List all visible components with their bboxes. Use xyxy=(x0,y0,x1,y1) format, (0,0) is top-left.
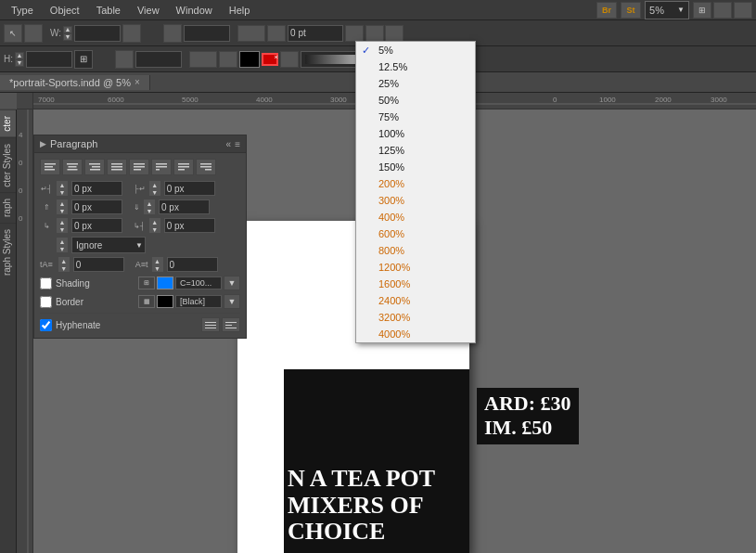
doc-tab-close[interactable]: × xyxy=(135,77,140,87)
select-tool[interactable]: ↖ xyxy=(4,24,22,43)
zoom-option[interactable]: 3200% xyxy=(356,309,475,326)
border-color-swatch[interactable] xyxy=(157,295,173,308)
last-line-indent[interactable] xyxy=(164,218,215,233)
menu-window[interactable]: Window xyxy=(169,3,220,18)
spin-up5[interactable]: ▲ xyxy=(57,218,68,225)
stroke-color-indicator[interactable] xyxy=(262,53,278,66)
transform-icon[interactable] xyxy=(163,24,182,43)
spin-up7[interactable]: ▲ xyxy=(57,238,68,245)
spin-up8[interactable]: ▲ xyxy=(58,257,70,264)
zoom-option[interactable]: 50% xyxy=(356,92,475,109)
hyphenate-icon1[interactable] xyxy=(201,317,220,332)
hyphenate-icon2[interactable] xyxy=(222,317,240,332)
angle-icon[interactable] xyxy=(122,24,141,43)
panel-collapse-icon[interactable]: ▶ xyxy=(40,139,46,148)
pt-dropdown-icon[interactable] xyxy=(345,25,364,42)
y-input[interactable] xyxy=(135,51,182,68)
side-label-raph[interactable]: raph xyxy=(0,192,16,223)
shading-color-swatch[interactable] xyxy=(157,276,173,289)
spin-down3[interactable]: ▼ xyxy=(57,207,68,214)
menu-type[interactable]: Type xyxy=(4,3,41,18)
spin-down7[interactable]: ▼ xyxy=(57,245,68,252)
shading-checkbox[interactable] xyxy=(40,277,52,289)
zoom-option[interactable]: 1200% xyxy=(356,259,475,276)
color-icon-group[interactable] xyxy=(189,51,217,68)
spin-down9[interactable]: ▼ xyxy=(152,264,163,272)
align-away[interactable] xyxy=(196,159,216,175)
st-icon[interactable]: St xyxy=(621,2,641,19)
zoom-option[interactable]: 800% xyxy=(356,242,475,259)
first-line-indent[interactable] xyxy=(71,218,122,233)
hyphenate-checkbox[interactable] xyxy=(40,319,52,331)
spinner8[interactable]: ▲ ▼ xyxy=(58,257,70,272)
spin-up9[interactable]: ▲ xyxy=(152,257,163,264)
align-justify[interactable] xyxy=(107,159,127,175)
ta-input2[interactable] xyxy=(167,257,218,272)
spinner4[interactable]: ▲ ▼ xyxy=(144,199,155,214)
spin-up4[interactable]: ▲ xyxy=(144,199,155,207)
spin-up1[interactable]: ▲ xyxy=(57,181,68,188)
spinner3[interactable]: ▲ ▼ xyxy=(57,199,68,214)
corner-icon[interactable] xyxy=(365,25,384,42)
border-grid-icon[interactable]: ▦ xyxy=(138,295,155,308)
spin-down5[interactable]: ▼ xyxy=(57,225,68,233)
menu-table[interactable]: Table xyxy=(89,3,128,18)
border-checkbox[interactable] xyxy=(40,296,52,308)
shading-color-name[interactable]: C=100... xyxy=(175,276,222,289)
menu-object[interactable]: Object xyxy=(43,3,87,18)
spin-down8[interactable]: ▼ xyxy=(58,264,70,272)
menu-view[interactable]: View xyxy=(130,3,167,18)
align-justify3[interactable] xyxy=(151,159,172,175)
zoom-option[interactable]: 150% xyxy=(356,159,475,175)
color-dropdown-icon[interactable] xyxy=(280,51,299,68)
zoom-option[interactable]: 12.5% xyxy=(356,58,475,75)
zoom-option[interactable]: 5% xyxy=(356,42,475,58)
transform-ref-icon[interactable]: ⊞ xyxy=(74,50,93,69)
spin-up2[interactable]: ▲ xyxy=(149,181,160,188)
spinner6[interactable]: ▲ ▼ xyxy=(149,218,160,233)
spinner5[interactable]: ▲ ▼ xyxy=(57,218,68,233)
side-label-cter-styles[interactable]: cter Styles xyxy=(0,137,16,193)
align-toward[interactable] xyxy=(173,159,194,175)
zoom-option[interactable]: 4000% xyxy=(356,326,475,342)
spin-down1[interactable]: ▼ xyxy=(57,188,68,196)
w-spinner[interactable]: ▲ ▼ xyxy=(63,26,72,41)
zoom-option[interactable]: 100% xyxy=(356,125,475,142)
shading-grid-icon[interactable]: ⊞ xyxy=(138,276,155,289)
border-color-name[interactable]: [Black] xyxy=(175,295,222,308)
align-center[interactable] xyxy=(62,159,83,175)
zoom-option[interactable]: 25% xyxy=(356,75,475,92)
grid-icon[interactable] xyxy=(237,25,265,42)
space-after[interactable] xyxy=(159,199,210,214)
view-icon-3[interactable] xyxy=(734,2,752,19)
spin-down4[interactable]: ▼ xyxy=(144,207,155,214)
align-right[interactable] xyxy=(84,159,105,175)
zoom-dropdown-menu[interactable]: 5%12.5%25%50%75%100%125%150%200%300%400%… xyxy=(355,41,476,343)
pt-input[interactable] xyxy=(288,25,343,42)
transform-tool[interactable] xyxy=(24,24,43,43)
left-indent[interactable] xyxy=(71,181,122,196)
panel-collapse-btn[interactable]: « xyxy=(226,139,232,149)
spin-down6[interactable]: ▼ xyxy=(149,225,160,233)
view-icon-2[interactable] xyxy=(713,2,732,19)
menu-help[interactable]: Help xyxy=(222,3,258,18)
align-justify2[interactable] xyxy=(129,159,149,175)
zoom-option[interactable]: 125% xyxy=(356,142,475,159)
zoom-dropdown-trigger[interactable]: 5% ▼ xyxy=(645,1,689,19)
zoom-option[interactable]: 400% xyxy=(356,209,475,225)
ignore-select[interactable]: Ignore ▼ xyxy=(71,237,146,253)
spinner9[interactable]: ▲ ▼ xyxy=(152,257,163,272)
spinner1[interactable]: ▲ ▼ xyxy=(57,181,68,196)
spinner2[interactable]: ▲ ▼ xyxy=(149,181,160,196)
shear-icon[interactable] xyxy=(115,50,134,69)
ta-input1[interactable] xyxy=(73,257,124,272)
zoom-option[interactable]: 1600% xyxy=(356,276,475,292)
spinner7[interactable]: ▲ ▼ xyxy=(57,238,68,252)
spin-up3[interactable]: ▲ xyxy=(57,199,68,207)
panel-menu-btn[interactable]: ≡ xyxy=(235,139,240,149)
zoom-option[interactable]: 200% xyxy=(356,175,475,192)
view-icon-1[interactable]: ⊞ xyxy=(693,2,711,19)
w-input[interactable] xyxy=(74,25,121,42)
doc-tab[interactable]: *portrait-Sports.indd @ 5% × xyxy=(0,75,150,90)
corner-icon2[interactable] xyxy=(385,25,404,42)
